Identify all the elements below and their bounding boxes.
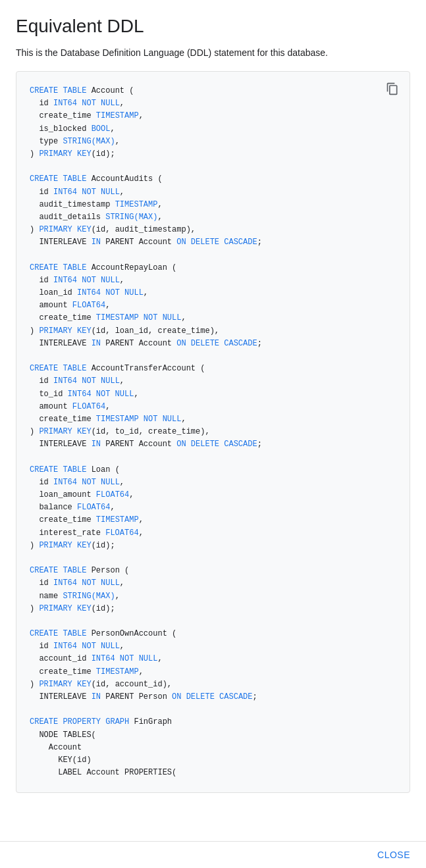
page-description: This is the Database Definition Language…	[16, 47, 410, 58]
code-block: CREATE TABLE Account ( id INT64 NOT NULL…	[16, 71, 410, 793]
ddl-code: CREATE TABLE Account ( id INT64 NOT NULL…	[30, 85, 396, 779]
footer: CLOSE	[0, 841, 426, 868]
close-button[interactable]: CLOSE	[377, 850, 410, 860]
copy-button[interactable]	[383, 80, 402, 100]
page-container: Equivalent DDL This is the Database Defi…	[0, 0, 426, 832]
page-title: Equivalent DDL	[16, 16, 410, 37]
